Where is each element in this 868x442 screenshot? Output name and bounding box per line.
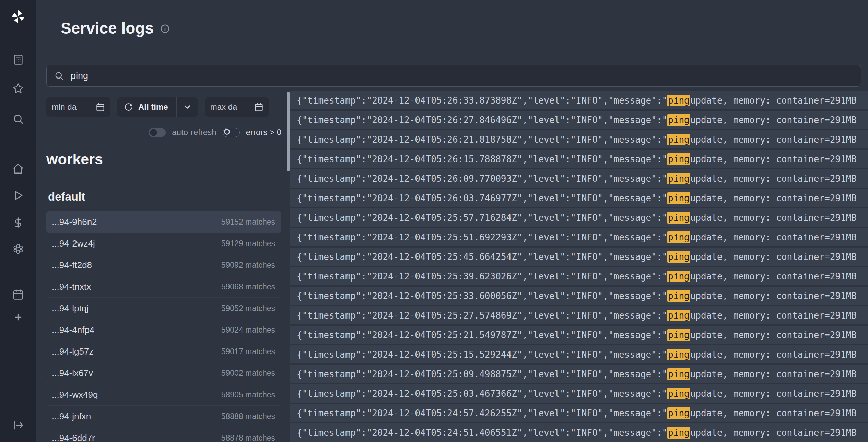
worker-name: ...94-jnfxn [52,411,91,422]
log-rest: update, memory: container=291MB [690,291,857,301]
worker-row[interactable]: ...94-4nfp4 59024 matches [46,319,281,341]
log-pre: {"timestamp":"2024-12-04T05:25:39.623026… [297,271,667,282]
log-rest: update, memory: container=291MB [690,310,857,321]
flower-icon[interactable] [12,243,24,255]
log-pre: {"timestamp":"2024-12-04T05:24:51.406551… [297,428,667,438]
calendar-icon [96,103,105,112]
log-highlight: ping [667,368,690,380]
plus-icon[interactable] [13,312,23,322]
worker-name: ...94-tnxtx [52,282,91,292]
worker-row[interactable]: ...94-jnfxn 58888 matches [46,406,281,427]
log-search-input[interactable] [70,70,853,82]
log-rest: update, memory: container=291MB [690,154,857,164]
worker-matches: 58888 matches [221,412,275,421]
info-icon[interactable] [160,24,170,34]
min-date-label: min da [52,102,77,112]
log-line: {"timestamp":"2024-12-04T05:26:03.746977… [290,189,868,207]
dollar-icon[interactable] [12,217,24,228]
time-range-dropdown-toggle[interactable] [177,97,198,117]
log-highlight: ping [667,310,690,321]
worker-name: ...94-wx49q [52,390,98,400]
log-rest: update, memory: container=291MB [690,193,857,203]
log-pre: {"timestamp":"2024-12-04T05:25:15.529244… [297,349,667,360]
log-highlight: ping [667,173,690,184]
time-range-select: All time [117,97,198,117]
max-date-input[interactable]: max da [205,97,269,117]
log-rest: update, memory: container=291MB [690,428,857,438]
log-pre: {"timestamp":"2024-12-04T05:25:09.498875… [297,369,667,379]
home-icon[interactable] [12,163,24,175]
log-rest: update, memory: container=291MB [690,174,857,184]
log-line: {"timestamp":"2024-12-04T05:26:15.788878… [290,150,868,168]
log-highlight: ping [667,388,690,399]
worker-row[interactable]: ...94-lptqj 59052 matches [46,298,281,319]
worker-row[interactable]: ...94-lx67v 59002 matches [46,362,281,384]
log-rest: update, memory: container=291MB [690,330,857,340]
log-pre: {"timestamp":"2024-12-04T05:25:51.692293… [297,232,667,242]
log-line: {"timestamp":"2024-12-04T05:26:27.846496… [290,111,868,129]
log-highlight: ping [667,329,690,341]
log-line: {"timestamp":"2024-12-04T05:25:21.549787… [290,326,868,344]
worker-name: ...94-ft2d8 [52,260,92,271]
log-pre: {"timestamp":"2024-12-04T05:25:27.574869… [297,310,667,321]
chevron-down-icon [183,102,192,112]
worker-name: ...94-9h6n2 [52,217,97,227]
sidebar [0,0,36,442]
calculator-icon[interactable] [12,54,24,65]
log-highlight: ping [667,407,690,419]
star-icon[interactable] [12,83,24,94]
logout-icon[interactable] [12,419,24,431]
log-line: {"timestamp":"2024-12-04T05:26:21.818758… [290,130,868,148]
worker-matches: 59052 matches [221,304,275,313]
errors-label: errors > 0 [246,128,281,137]
errors-toggle[interactable] [223,128,240,137]
log-highlight: ping [667,192,690,204]
search-icon[interactable] [12,113,24,125]
worker-name: ...94-4nfp4 [52,325,94,335]
log-highlight: ping [667,212,690,224]
worker-name: ...94-6dd7r [52,433,95,442]
log-rest: update, memory: container=291MB [690,232,857,242]
auto-refresh-toggle[interactable] [149,128,166,137]
log-rest: update, memory: container=291MB [690,369,857,379]
worker-matches: 59068 matches [221,282,275,291]
worker-matches: 59152 matches [221,217,275,227]
log-highlight: ping [667,153,690,165]
log-pre: {"timestamp":"2024-12-04T05:26:09.770093… [297,174,667,184]
max-date-label: max da [210,102,237,112]
log-line: {"timestamp":"2024-12-04T05:25:57.716284… [290,208,868,227]
log-highlight: ping [667,95,690,106]
worker-row[interactable]: ...94-6dd7r 58878 matches [46,427,281,442]
worker-row[interactable]: ...94-tnxtx 59068 matches [46,276,281,298]
log-line: {"timestamp":"2024-12-04T05:25:27.574869… [290,306,868,324]
log-rest: update, memory: container=291MB [690,95,857,106]
calendar-icon[interactable] [12,289,24,300]
log-highlight: ping [667,271,690,282]
log-pre: {"timestamp":"2024-12-04T05:25:45.664254… [297,252,667,262]
worker-row[interactable]: ...94-ft2d8 59092 matches [46,254,281,276]
log-highlight: ping [667,114,690,126]
search-bar [46,65,861,87]
worker-row[interactable]: ...94-9h6n2 59152 matches [46,211,281,233]
log-line: {"timestamp":"2024-12-04T05:25:39.623026… [290,267,868,285]
log-rest: update, memory: container=291MB [690,349,857,360]
worker-row[interactable]: ...94-lg57z 59017 matches [46,341,281,362]
log-scrollbar-thumb[interactable] [287,92,290,171]
log-rest: update, memory: container=291MB [690,115,857,125]
worker-matches: 58878 matches [221,433,275,442]
log-rest: update, memory: container=291MB [690,252,857,262]
worker-name: ...94-lptqj [52,303,89,314]
windmill-logo[interactable] [10,9,26,25]
log-rest: update, memory: container=291MB [690,389,857,399]
calendar-icon [254,103,263,112]
play-icon[interactable] [12,190,24,201]
worker-matches: 59017 matches [221,347,275,356]
log-line: {"timestamp":"2024-12-04T05:25:03.467366… [290,384,868,403]
worker-row[interactable]: ...94-wx49q 58905 matches [46,384,281,406]
min-date-input[interactable]: min da [46,97,110,117]
log-line: {"timestamp":"2024-12-04T05:25:15.529244… [290,345,868,363]
time-range-button[interactable]: All time [117,97,176,117]
worker-name: ...94-lx67v [52,368,93,379]
log-line: {"timestamp":"2024-12-04T05:24:57.426255… [290,404,868,422]
worker-row[interactable]: ...94-2wz4j 59129 matches [46,233,281,254]
